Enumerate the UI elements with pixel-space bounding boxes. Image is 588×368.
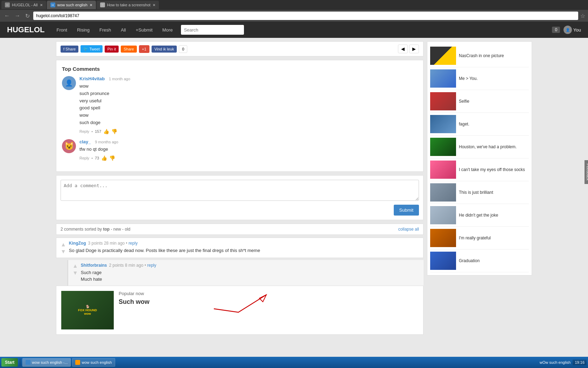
pin-label: Pin it	[107, 47, 116, 51]
user-comment-inner-1: ▲ ▼ KingZog 3 points 28 min ago • reply …	[56, 238, 423, 258]
sidebar-title-3: faget.	[459, 121, 469, 127]
reply-action-1[interactable]: reply	[128, 241, 138, 246]
sidebar-item-2[interactable]: Selfie	[430, 90, 529, 113]
sidebar-thumb-5	[430, 161, 456, 179]
nav-right: 0 👤 You	[552, 26, 581, 34]
vote-count-2: 73	[95, 156, 99, 160]
sidebar-item-8[interactable]: I'm really grateful	[430, 227, 529, 250]
comment-author-1[interactable]: KrisH4vitab	[79, 76, 105, 81]
sidebar-thumb-9	[430, 252, 456, 270]
prev-button[interactable]: ◀	[398, 45, 408, 53]
sidebar-item-9[interactable]: Graduation	[430, 250, 529, 272]
feedback-tab[interactable]: Feedback	[584, 160, 588, 184]
downvote-2[interactable]: 👎	[109, 155, 115, 161]
tab-label-3: How to take a screenshot	[107, 3, 150, 7]
submit-button[interactable]: Submit	[394, 205, 419, 216]
sidebar: NasCrash in one picture Me > You. Selfie…	[427, 41, 532, 338]
comment-line-1-6: such doge	[79, 119, 418, 127]
facebook-share-button[interactable]: f Share	[61, 46, 78, 53]
tw-icon: 🐦	[83, 47, 88, 51]
tab-screenshot[interactable]: ? How to take a screenshot ✕	[97, 1, 159, 9]
comment-line-1-2: such pronunce	[79, 90, 418, 97]
twitter-share-button[interactable]: 🐦 Tweet	[80, 45, 102, 53]
bookmark-star[interactable]: ☆	[580, 13, 585, 19]
comment-input[interactable]	[61, 180, 419, 201]
back-button[interactable]: ←	[3, 12, 11, 20]
comment-author-2[interactable]: clay_	[79, 139, 91, 144]
reply-link-2[interactable]: Reply	[79, 156, 89, 160]
search-container	[181, 25, 244, 35]
sidebar-item-0[interactable]: NasCrash in one picture	[430, 45, 529, 67]
popular-title: Such wow	[119, 298, 149, 306]
tab-close-2[interactable]: ✕	[90, 3, 92, 7]
sidebar-thumb-6	[430, 183, 456, 202]
popular-thumb[interactable]: 🐕FOX HOUNDwow	[61, 291, 114, 329]
sort-old-link[interactable]: old	[125, 227, 130, 232]
vote-count-1: 157	[95, 129, 101, 134]
nav-more[interactable]: More	[158, 22, 178, 38]
user-label: You	[573, 27, 581, 33]
sidebar-thumb-0	[430, 47, 456, 65]
comment-time-2: 9 months ago	[95, 140, 118, 144]
user-comment-text-2: Such rage Much hate	[81, 269, 419, 283]
tw-label: Tweet	[89, 47, 99, 51]
sidebar-item-7[interactable]: He didn't get the joke	[430, 204, 529, 227]
tab-favicon-2: H	[50, 2, 55, 7]
nav-front[interactable]: Front	[52, 22, 72, 38]
sort-new-link[interactable]: new	[113, 227, 121, 232]
facebook-like-button[interactable]: Vind ik leuk	[152, 46, 177, 53]
upvote-1[interactable]: 👍	[103, 129, 109, 134]
site-logo[interactable]: HUGELOL	[7, 25, 45, 34]
sidebar-item-5[interactable]: I can't take my eyes off those socks	[430, 158, 529, 181]
user-menu[interactable]: 👤 You	[564, 26, 581, 34]
nav-rising[interactable]: Rising	[72, 22, 94, 38]
sidebar-item-1[interactable]: Me > You.	[430, 67, 529, 90]
tab-close-3[interactable]: ✕	[153, 3, 155, 7]
doge-text: 🐕FOX HOUNDwow	[78, 305, 97, 315]
next-button[interactable]: ▶	[409, 45, 419, 53]
downvote-1[interactable]: 👎	[111, 129, 117, 134]
tab-hugelol[interactable]: H HUGELOL - All ✕	[1, 1, 46, 9]
user-comment-author-1[interactable]: KingZog	[69, 241, 86, 246]
time-2: 8 min ago	[125, 263, 144, 268]
arrow-drawing	[210, 291, 280, 323]
share-button[interactable]: Share	[121, 46, 136, 53]
reply-link-1[interactable]: Reply	[79, 129, 89, 134]
url-input[interactable]	[36, 13, 575, 18]
user-comment-author-2[interactable]: Shitforbrains	[81, 263, 107, 268]
pinterest-button[interactable]: Pin it	[105, 46, 119, 53]
vote-up-1[interactable]: ▲	[61, 241, 66, 248]
reply-action-2[interactable]: reply	[147, 263, 156, 268]
comment-line-2-1: tfw no qt doge	[79, 146, 418, 153]
vote-down-2[interactable]: ▼	[72, 270, 78, 276]
upvote-2[interactable]: 👍	[101, 155, 107, 161]
sidebar-thumb-2	[430, 92, 456, 110]
nav-all[interactable]: All	[116, 22, 131, 38]
tab-close-1[interactable]: ✕	[40, 3, 43, 7]
nav-submit[interactable]: +Submit	[131, 22, 158, 38]
sidebar-title-4: Houston, we've had a problem.	[459, 144, 517, 150]
nav-fresh[interactable]: Fresh	[94, 22, 116, 38]
notification-badge[interactable]: 0	[552, 27, 560, 33]
vote-up-2[interactable]: ▲	[72, 263, 78, 269]
tab-label-2: wow such english	[57, 3, 88, 7]
tab-favicon-1: H	[5, 2, 10, 7]
points-2: 2 points	[109, 263, 124, 268]
tab-wow-english[interactable]: H wow such english ✕	[47, 1, 96, 9]
sidebar-item-6[interactable]: This is just brilliant	[430, 181, 529, 204]
sidebar-item-4[interactable]: Houston, we've had a problem.	[430, 136, 529, 158]
refresh-button[interactable]: ↻	[24, 12, 31, 20]
sidebar-item-3[interactable]: faget.	[430, 113, 529, 136]
popular-info: Popular now Such wow	[119, 291, 149, 306]
url-bar[interactable]	[33, 12, 578, 20]
fb-label: Share	[65, 47, 76, 51]
forward-button[interactable]: →	[13, 12, 22, 20]
sort-text: 2 comments sorted by	[61, 227, 102, 232]
collapse-all-link[interactable]: collapse all	[398, 227, 419, 232]
sidebar-panel: NasCrash in one picture Me > You. Selfie…	[427, 41, 532, 275]
vote-down-1[interactable]: ▼	[61, 248, 66, 255]
gplus-button[interactable]: +1	[139, 45, 150, 53]
sidebar-title-5: I can't take my eyes off those socks	[459, 167, 525, 173]
search-input[interactable]	[181, 25, 244, 35]
comment-body-2: clay_ 9 months ago tfw no qt doge Reply …	[79, 139, 418, 161]
